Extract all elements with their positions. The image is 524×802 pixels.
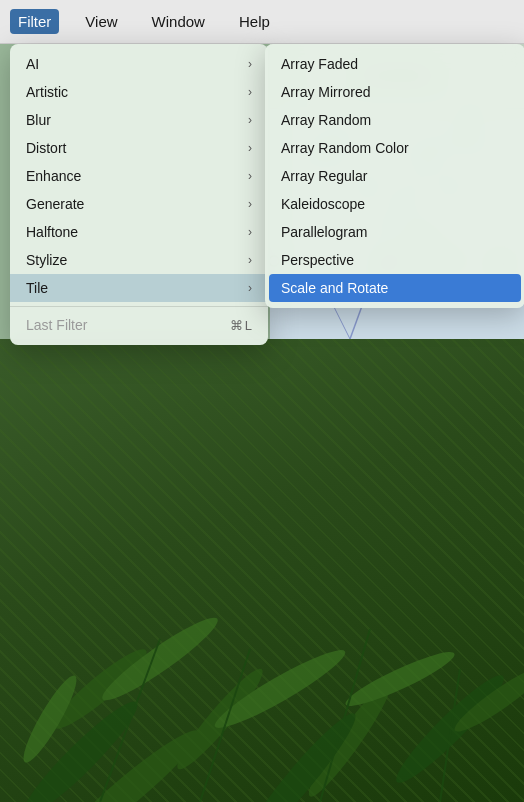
menu-item-tile[interactable]: Tile › bbox=[10, 274, 268, 302]
submenu-item-parallelogram[interactable]: Parallelogram bbox=[265, 218, 524, 246]
chevron-right-icon: › bbox=[248, 225, 252, 239]
menu-item-artistic[interactable]: Artistic › bbox=[10, 78, 268, 106]
menu-item-last-filter[interactable]: Last Filter ⌘ L bbox=[10, 311, 268, 339]
menu-item-blur[interactable]: Blur › bbox=[10, 106, 268, 134]
chevron-right-icon: › bbox=[248, 169, 252, 183]
chevron-right-icon: › bbox=[248, 113, 252, 127]
chevron-right-icon: › bbox=[248, 57, 252, 71]
submenu-item-kaleidoscope[interactable]: Kaleidoscope bbox=[265, 190, 524, 218]
menu-item-distort-label: Distort bbox=[26, 140, 66, 156]
menu-item-ai[interactable]: AI › bbox=[10, 50, 268, 78]
menu-help[interactable]: Help bbox=[231, 9, 278, 34]
submenu-item-array-regular[interactable]: Array Regular bbox=[265, 162, 524, 190]
menu-item-last-filter-label: Last Filter bbox=[26, 317, 87, 333]
submenu-item-array-random-color[interactable]: Array Random Color bbox=[265, 134, 524, 162]
menu-item-stylize[interactable]: Stylize › bbox=[10, 246, 268, 274]
svg-point-35 bbox=[341, 645, 458, 714]
menu-item-halftone[interactable]: Halftone › bbox=[10, 218, 268, 246]
canvas-bottom bbox=[0, 339, 524, 802]
menu-divider bbox=[10, 306, 268, 307]
menu-item-generate[interactable]: Generate › bbox=[10, 190, 268, 218]
menu-item-ai-label: AI bbox=[26, 56, 39, 72]
menu-view[interactable]: View bbox=[77, 9, 125, 34]
menu-item-halftone-label: Halftone bbox=[26, 224, 78, 240]
submenu-item-scale-rotate[interactable]: Scale and Rotate bbox=[269, 274, 521, 302]
shortcut-key: L bbox=[245, 318, 252, 333]
plants-svg bbox=[0, 339, 524, 802]
menu-item-distort[interactable]: Distort › bbox=[10, 134, 268, 162]
tile-submenu: Array Faded Array Mirrored Array Random … bbox=[265, 44, 524, 308]
chevron-right-icon: › bbox=[248, 85, 252, 99]
submenu-item-array-random[interactable]: Array Random bbox=[265, 106, 524, 134]
filter-menu: AI › Artistic › Blur › Distort › Enhance… bbox=[10, 44, 268, 345]
chevron-right-icon: › bbox=[248, 197, 252, 211]
shortcut-cmd: ⌘ bbox=[230, 318, 243, 333]
menu-bar: Filter View Window Help bbox=[0, 0, 524, 44]
menu-item-artistic-label: Artistic bbox=[26, 84, 68, 100]
menu-window[interactable]: Window bbox=[144, 9, 213, 34]
chevron-right-icon: › bbox=[248, 141, 252, 155]
chevron-right-icon: › bbox=[248, 253, 252, 267]
chevron-right-icon: › bbox=[248, 281, 252, 295]
menu-item-blur-label: Blur bbox=[26, 112, 51, 128]
svg-point-30 bbox=[96, 609, 224, 709]
menu-item-enhance-label: Enhance bbox=[26, 168, 81, 184]
submenu-item-array-mirrored[interactable]: Array Mirrored bbox=[265, 78, 524, 106]
submenu-item-array-faded[interactable]: Array Faded bbox=[265, 50, 524, 78]
menu-item-tile-label: Tile bbox=[26, 280, 48, 296]
last-filter-shortcut: ⌘ L bbox=[230, 318, 252, 333]
menu-filter[interactable]: Filter bbox=[10, 9, 59, 34]
menu-item-enhance[interactable]: Enhance › bbox=[10, 162, 268, 190]
menu-item-stylize-label: Stylize bbox=[26, 252, 67, 268]
submenu-item-perspective[interactable]: Perspective bbox=[265, 246, 524, 274]
svg-point-33 bbox=[209, 641, 351, 737]
menu-item-generate-label: Generate bbox=[26, 196, 84, 212]
